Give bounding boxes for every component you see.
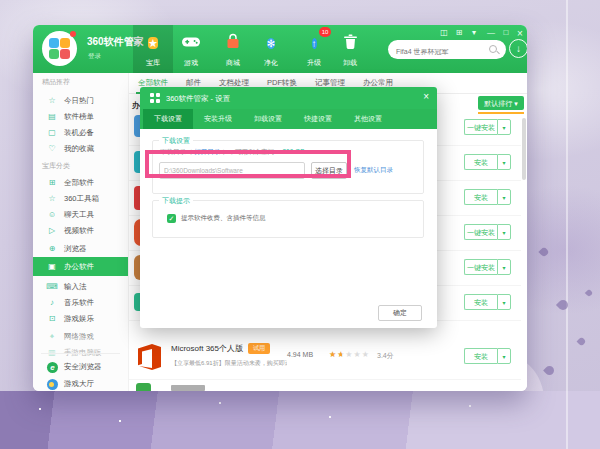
wallpaper-seam: [566, 0, 568, 449]
dialog-tab-other[interactable]: 其他设置: [343, 109, 393, 129]
install-button[interactable]: 安装▾: [464, 189, 511, 205]
caret-down-icon: ▾: [497, 189, 511, 205]
menu-chevron-icon[interactable]: ▾: [467, 28, 481, 37]
sidebar-item-music-software[interactable]: ♪ 音乐软件: [33, 295, 128, 311]
sort-dropdown-button[interactable]: 默认排行 ▾: [478, 96, 524, 110]
dialog-logo-icon: [150, 93, 154, 97]
sidebar-item-essentials[interactable]: ▢ 装机必备: [33, 125, 128, 141]
close-button[interactable]: ×: [513, 28, 527, 39]
sidebar-fade: [33, 331, 127, 347]
nav-uninstall[interactable]: 卸载: [330, 25, 370, 73]
app-icon: [136, 383, 151, 391]
sidebar-item-rankings[interactable]: ▤ 软件榜单: [33, 109, 128, 125]
game-shortcut-icon[interactable]: ◫: [437, 28, 451, 37]
game-hall-icon: [47, 379, 58, 390]
search-input[interactable]: [388, 42, 496, 61]
check-icon: ✓: [169, 215, 175, 222]
scrollbar-thumb[interactable]: [522, 118, 526, 180]
sidebar-item-game-hall[interactable]: 游戏大厅: [33, 376, 128, 391]
install-button[interactable]: 一键安装▾: [464, 119, 511, 135]
nav-purify[interactable]: ✻ 净化: [251, 25, 291, 73]
dialog-titlebar: 360软件管家 - 设置 ×: [140, 87, 437, 109]
dialog-close-icon[interactable]: ×: [423, 91, 429, 102]
app-name-clipped: [171, 385, 205, 391]
gamepad-icon: ⊡: [46, 311, 58, 327]
caret-down-icon: ▾: [497, 294, 511, 310]
app-size: 4.94 MB: [287, 351, 313, 358]
notification-dot: [70, 31, 76, 37]
app-list-row-partial: [129, 379, 521, 391]
trial-badge: 试用: [248, 343, 270, 354]
sidebar-item-chat-tools[interactable]: ☺ 聊天工具: [33, 207, 128, 223]
sidebar-item-browsers[interactable]: ⊕ 浏览器: [33, 241, 128, 257]
sidebar-item-secure-browser[interactable]: e 安全浏览器: [33, 359, 128, 375]
caret-down-icon: ▾: [497, 348, 511, 364]
sidebar-item-favorites[interactable]: ♡ 我的收藏: [33, 141, 128, 157]
install-button[interactable]: 安装▾: [464, 294, 511, 310]
maximize-button[interactable]: □: [499, 28, 513, 37]
download-manager-button[interactable]: ↓: [509, 39, 527, 58]
minimize-button[interactable]: —: [484, 28, 498, 37]
caret-down-icon: ▾: [497, 224, 511, 240]
app-list-row-microsoft-365: Microsoft 365个人版 试用 【立享最低6.91折】限量活动来袭，购买…: [129, 335, 521, 380]
shopping-bag-icon: [224, 33, 242, 51]
dialog-tab-download[interactable]: 下载设置: [143, 109, 193, 129]
fieldset-legend: 下载提示: [159, 197, 193, 205]
sidebar-group-featured: 精品推荐: [42, 77, 70, 87]
sidebar-item-video-software[interactable]: ▷ 视频软件: [33, 223, 128, 239]
globe-icon: ⊕: [46, 241, 58, 257]
briefcase-icon: ▣: [46, 257, 58, 276]
restore-default-link[interactable]: 恢复默认目录: [354, 166, 393, 175]
star-icon: ☆: [46, 191, 58, 207]
gamepad-icon: [182, 33, 200, 51]
nav-upgrade[interactable]: ↑ 10 升级: [294, 25, 334, 73]
fieldset-legend: 下载设置: [159, 137, 193, 145]
trash-icon: [341, 33, 359, 51]
wallpaper-ribbons: [0, 391, 600, 449]
office-logo-icon: [135, 343, 163, 375]
fan-icon: ✻: [262, 33, 280, 51]
app-description: 【立享最低6.91折】限量活动来袭，购买即送腾讯...: [171, 359, 287, 368]
star-icon: ☆: [46, 93, 58, 109]
dialog-tabbar: 下载设置 安装升级 卸载设置 快捷设置 其他设置: [140, 109, 437, 129]
star-icon: ★: [144, 33, 162, 51]
install-button[interactable]: 一键安装▾: [464, 259, 511, 275]
sidebar-item-input-methods[interactable]: ⌨ 输入法: [33, 279, 128, 295]
chat-icon: ☺: [46, 207, 58, 223]
sidebar-group-categories: 宝库分类: [42, 161, 70, 171]
login-link[interactable]: 登录: [88, 52, 101, 61]
dialog-tab-install-upgrade[interactable]: 安装升级: [193, 109, 243, 129]
window-header: 360软件管家 登录 ★ 宝库 游戏 商城 ✻ 净化 ↑: [33, 25, 527, 73]
nav-games[interactable]: 游戏: [171, 25, 211, 73]
sidebar-item-toolbox[interactable]: ☆ 360工具箱: [33, 191, 128, 207]
dialog-tab-uninstall[interactable]: 卸载设置: [243, 109, 293, 129]
search-icon[interactable]: [489, 45, 497, 53]
grid-icon: ⊞: [46, 175, 58, 191]
music-note-icon: ♪: [46, 295, 58, 311]
heart-icon: ♡: [46, 141, 58, 157]
caret-down-icon: ▾: [497, 259, 511, 275]
sidebar: 精品推荐 ☆ 今日热门 ▤ 软件榜单 ▢ 装机必备 ♡ 我的收藏 宝库分类 ⊞ …: [33, 73, 129, 391]
checkbox-label: 提示软件收费、含插件等信息: [181, 214, 266, 223]
rating-score: 3.4分: [377, 351, 394, 361]
nav-mall[interactable]: 商城: [213, 25, 253, 73]
sidebar-item-hot-today[interactable]: ☆ 今日热门: [33, 93, 128, 109]
checkbox-checked[interactable]: ✓: [167, 214, 176, 223]
download-tips-fieldset: 下载提示 ✓ 提示软件收费、含插件等信息: [152, 200, 424, 238]
apps-grid-icon[interactable]: ⊞: [452, 28, 466, 37]
nav-treasury[interactable]: ★ 宝库: [133, 25, 173, 73]
sidebar-divider: [41, 353, 120, 354]
sidebar-item-game-entertainment[interactable]: ⊡ 游戏娱乐: [33, 311, 128, 327]
settings-dialog: 360软件管家 - 设置 × 下载设置 安装升级 卸载设置 快捷设置 其他设置 …: [140, 87, 437, 328]
install-button[interactable]: 一键安装▾: [464, 224, 511, 240]
install-button[interactable]: 安装▾: [464, 154, 511, 170]
browser-e-icon: e: [47, 362, 58, 373]
ok-button[interactable]: 确定: [378, 305, 422, 321]
sidebar-item-office-software[interactable]: ▣ 办公软件: [33, 257, 128, 276]
dialog-title: 360软件管家 - 设置: [166, 94, 230, 104]
sidebar-item-all-software[interactable]: ⊞ 全部软件: [33, 175, 128, 191]
dialog-tab-quick[interactable]: 快捷设置: [293, 109, 343, 129]
install-button[interactable]: 安装▾: [464, 348, 511, 364]
rating-stars: ★★★★★ ★★★★★: [329, 350, 370, 359]
search-box: [388, 40, 506, 59]
